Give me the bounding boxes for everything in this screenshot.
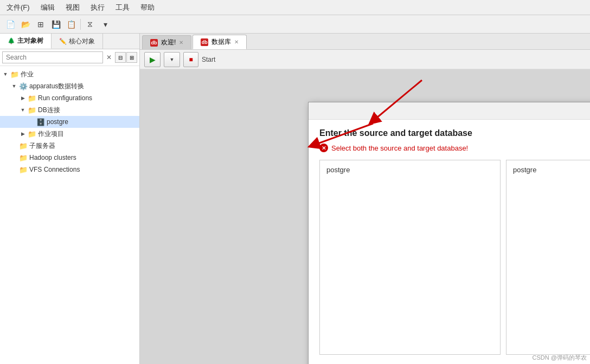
- label-db-connect: DB连接: [38, 106, 60, 115]
- label-postgre: postgre: [47, 118, 68, 126]
- toolbar-open-btn[interactable]: 📂: [18, 17, 33, 31]
- tree-item-vfs[interactable]: ▶ 📁 VFS Connections: [0, 164, 139, 176]
- search-clear-btn[interactable]: ✕: [104, 53, 114, 62]
- target-db-item-postgre[interactable]: postgre: [510, 164, 590, 176]
- search-filter-btn[interactable]: ⊞: [126, 52, 137, 63]
- db-icon-postgre: 🗄️: [36, 118, 45, 126]
- panel-tabs: 🌲 主对象树 ✏️ 核心对象: [0, 34, 139, 49]
- source-db-item-postgre[interactable]: postgre: [323, 164, 497, 176]
- project-icon-apparatus: ⚙️: [19, 82, 28, 90]
- tab-label-db: 数据库: [211, 37, 231, 47]
- tree-item-postgre[interactable]: ▶ 🗄️ postgre: [0, 116, 139, 128]
- search-box: ✕ ⊟ ⊞: [0, 49, 139, 66]
- source-db-panel[interactable]: postgre: [319, 160, 501, 355]
- menu-help[interactable]: 帮助: [136, 2, 159, 14]
- error-text: Select both the source and target databa…: [331, 144, 468, 152]
- menu-file[interactable]: 文件(F): [2, 2, 34, 14]
- label-vfs: VFS Connections: [29, 166, 80, 173]
- main-area: 🌲 主对象树 ✏️ 核心对象 ✕ ⊟ ⊞: [0, 34, 590, 364]
- label-apparatus: apparatus数据转换: [29, 82, 84, 91]
- run-dropdown-btn[interactable]: ▼: [164, 52, 180, 67]
- tree-item-db-connect[interactable]: ▼ 📁 DB连接: [0, 104, 139, 116]
- editor-content: — □ ✕ Enter the source and target databa…: [140, 69, 590, 364]
- menu-bar: 文件(F) 编辑 视图 执行 工具 帮助: [0, 0, 590, 15]
- toggle-project[interactable]: ▶: [20, 131, 26, 137]
- search-input[interactable]: [2, 51, 103, 63]
- toolbar: 📄 📂 ⊞ 💾 📋 ⧖ ▾: [0, 15, 590, 34]
- folder-icon-project: 📁: [28, 130, 36, 138]
- label-project: 作业项目: [38, 129, 64, 139]
- tree-item-hadoop[interactable]: ▶ 📁 Hadoop clusters: [0, 152, 139, 164]
- app-window: 文件(F) 编辑 视图 执行 工具 帮助 📄 📂 ⊞ 💾 📋 ⧖ ▾ 🌲 主对象…: [0, 0, 590, 364]
- run-button[interactable]: ▶: [144, 52, 161, 67]
- editor-tabs: db 欢迎! ✕ db 数据库 ✕: [140, 34, 590, 50]
- toolbar-grid-btn[interactable]: ⊞: [34, 17, 48, 31]
- tab-label-welcome: 欢迎!: [161, 38, 176, 47]
- toolbar-dropdown-btn[interactable]: ▾: [98, 17, 112, 31]
- toolbar-save-btn[interactable]: 💾: [49, 17, 63, 31]
- menu-edit[interactable]: 编辑: [36, 2, 59, 14]
- dbeaver-icon-db: db: [201, 38, 208, 46]
- tree-item-apparatus[interactable]: ▼ ⚙️ apparatus数据转换: [0, 80, 139, 92]
- db-panels: postgre postgre: [319, 160, 590, 355]
- toggle-zuoye[interactable]: ▼: [2, 71, 9, 77]
- toolbar-new-btn[interactable]: 📄: [3, 17, 17, 31]
- dialog-error: ✕ Select both the source and target data…: [319, 144, 590, 152]
- dialog: — □ ✕ Enter the source and target databa…: [308, 102, 590, 364]
- menu-tools[interactable]: 工具: [111, 2, 134, 14]
- toggle-run-configs[interactable]: ▶: [20, 95, 26, 101]
- menu-run[interactable]: 执行: [86, 2, 109, 14]
- toolbar-export-btn[interactable]: 📋: [64, 17, 78, 31]
- folder-icon-zuoye: 📁: [10, 70, 19, 79]
- tree-icon: 🌲: [8, 37, 15, 44]
- pencil-icon: ✏️: [59, 38, 67, 45]
- folder-icon-subserver: 📁: [19, 142, 28, 150]
- target-db-panel[interactable]: postgre: [506, 160, 590, 355]
- tree-item-subserver[interactable]: ▶ 📁 子服务器: [0, 140, 139, 152]
- modal-overlay: — □ ✕ Enter the source and target databa…: [140, 69, 590, 364]
- tab-close-db[interactable]: ✕: [234, 39, 239, 45]
- watermark: CSDN @弹码的琴农: [533, 354, 587, 362]
- tab-close-welcome[interactable]: ✕: [179, 40, 183, 46]
- search-actions: ⊟ ⊞: [115, 52, 137, 63]
- tab-main-objects[interactable]: 🌲 主对象树: [0, 34, 52, 49]
- dbeaver-icon-welcome: db: [150, 39, 158, 47]
- toolbar-sep: [80, 19, 81, 30]
- tree-item-run-configs[interactable]: ▶ 📁 Run configurations: [0, 92, 139, 104]
- folder-icon-run: 📁: [28, 94, 36, 102]
- tree-item-zuoye[interactable]: ▼ 📁 作业: [0, 68, 139, 80]
- folder-icon-db: 📁: [28, 106, 36, 114]
- label-zuoye: 作业: [21, 70, 34, 79]
- dialog-titlebar: — □ ✕: [309, 102, 590, 120]
- dialog-body: Enter the source and target database ✕ S…: [309, 120, 590, 364]
- toggle-apparatus[interactable]: ▼: [11, 83, 17, 89]
- toggle-db-connect[interactable]: ▼: [20, 107, 26, 113]
- folder-icon-hadoop: 📁: [19, 154, 28, 162]
- editor-tab-db[interactable]: db 数据库 ✕: [193, 35, 247, 49]
- label-run-configs: Run configurations: [38, 94, 92, 102]
- editor-tab-welcome[interactable]: db 欢迎! ✕: [142, 35, 191, 49]
- label-subserver: 子服务器: [29, 141, 55, 151]
- toolbar-layers-btn[interactable]: ⧖: [83, 17, 97, 31]
- label-hadoop: Hadoop clusters: [29, 154, 76, 161]
- error-icon: ✕: [319, 144, 328, 152]
- editor-toolbar: ▶ ▼ ■ Start: [140, 50, 590, 69]
- tree-item-project[interactable]: ▶ 📁 作业项目: [0, 128, 139, 140]
- stop-button[interactable]: ■: [183, 52, 198, 67]
- folder-icon-vfs: 📁: [19, 166, 28, 174]
- tab-core-objects[interactable]: ✏️ 核心对象: [52, 34, 103, 49]
- start-label: Start: [202, 56, 215, 63]
- tree: ▼ 📁 作业 ▼ ⚙️ apparatus数据转换 ▶ 📁 Run config…: [0, 66, 139, 364]
- menu-view[interactable]: 视图: [61, 2, 84, 14]
- dialog-title: Enter the source and target database: [319, 128, 590, 138]
- left-panel: 🌲 主对象树 ✏️ 核心对象 ✕ ⊟ ⊞: [0, 34, 140, 364]
- search-collapse-btn[interactable]: ⊟: [115, 52, 126, 63]
- editor-area: db 欢迎! ✕ db 数据库 ✕ ▶ ▼ ■ Start: [140, 34, 590, 364]
